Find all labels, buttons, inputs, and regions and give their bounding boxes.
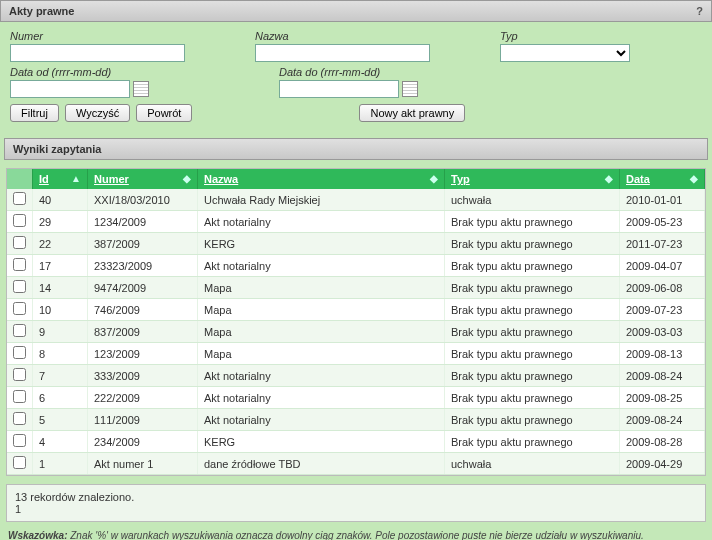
cell-id: 6	[33, 387, 88, 409]
nowy-akt-button[interactable]: Nowy akt prawny	[359, 104, 465, 122]
cell-id: 22	[33, 233, 88, 255]
cell-numer: XXI/18/03/2010	[88, 189, 198, 211]
row-checkbox[interactable]	[13, 324, 26, 337]
table-row[interactable]: 40XXI/18/03/2010Uchwała Rady Miejskiejuc…	[7, 189, 705, 211]
table-row[interactable]: 5111/2009Akt notarialnyBrak typu aktu pr…	[7, 409, 705, 431]
cell-nazwa: Mapa	[198, 299, 445, 321]
cell-numer: 222/2009	[88, 387, 198, 409]
cell-numer: 333/2009	[88, 365, 198, 387]
table-row[interactable]: 149474/2009MapaBrak typu aktu prawnego20…	[7, 277, 705, 299]
cell-numer: Akt numer 1	[88, 453, 198, 475]
record-count: 13 rekordów znaleziono.	[15, 491, 697, 503]
table-row[interactable]: 6222/2009Akt notarialnyBrak typu aktu pr…	[7, 387, 705, 409]
page-number: 1	[15, 503, 697, 515]
row-checkbox[interactable]	[13, 412, 26, 425]
col-id[interactable]: Id▲	[33, 169, 88, 189]
row-checkbox[interactable]	[13, 192, 26, 205]
sort-icon: ◆	[430, 173, 438, 184]
cell-nazwa: Akt notarialny	[198, 409, 445, 431]
col-numer[interactable]: Numer◆	[88, 169, 198, 189]
cell-id: 29	[33, 211, 88, 233]
data-do-label: Data do (rrrr-mm-dd)	[279, 66, 418, 78]
cell-typ: Brak typu aktu prawnego	[445, 299, 620, 321]
row-checkbox[interactable]	[13, 390, 26, 403]
results-footer: 13 rekordów znaleziono. 1	[6, 484, 706, 522]
cell-nazwa: Mapa	[198, 321, 445, 343]
cell-nazwa: KERG	[198, 233, 445, 255]
filter-panel: Numer Nazwa Typ Data od (rrrr-mm-dd)	[0, 22, 712, 130]
cell-numer: 234/2009	[88, 431, 198, 453]
row-checkbox[interactable]	[13, 236, 26, 249]
cell-data: 2009-05-23	[620, 211, 705, 233]
cell-data: 2009-06-08	[620, 277, 705, 299]
row-checkbox[interactable]	[13, 214, 26, 227]
cell-typ: Brak typu aktu prawnego	[445, 365, 620, 387]
typ-select[interactable]	[500, 44, 630, 62]
cell-numer: 111/2009	[88, 409, 198, 431]
cell-data: 2010-01-01	[620, 189, 705, 211]
row-checkbox[interactable]	[13, 258, 26, 271]
sort-icon: ▲	[71, 173, 81, 184]
calendar-icon[interactable]	[133, 81, 149, 97]
data-do-input[interactable]	[279, 80, 399, 98]
powrot-button[interactable]: Powrót	[136, 104, 192, 122]
cell-numer: 1234/2009	[88, 211, 198, 233]
cell-data: 2009-08-24	[620, 409, 705, 431]
cell-data: 2009-07-23	[620, 299, 705, 321]
col-checkbox	[7, 169, 33, 189]
window-titlebar: Akty prawne ?	[0, 0, 712, 22]
col-data[interactable]: Data◆	[620, 169, 705, 189]
row-checkbox[interactable]	[13, 302, 26, 315]
sort-icon: ◆	[690, 173, 698, 184]
cell-id: 10	[33, 299, 88, 321]
table-row[interactable]: 1723323/2009Akt notarialnyBrak typu aktu…	[7, 255, 705, 277]
row-checkbox[interactable]	[13, 368, 26, 381]
help-icon[interactable]: ?	[696, 5, 703, 17]
cell-nazwa: KERG	[198, 431, 445, 453]
table-row[interactable]: 4234/2009KERGBrak typu aktu prawnego2009…	[7, 431, 705, 453]
row-checkbox[interactable]	[13, 456, 26, 469]
cell-typ: Brak typu aktu prawnego	[445, 387, 620, 409]
row-checkbox[interactable]	[13, 346, 26, 359]
cell-data: 2009-08-13	[620, 343, 705, 365]
table-row[interactable]: 22387/2009KERGBrak typu aktu prawnego201…	[7, 233, 705, 255]
cell-nazwa: Akt notarialny	[198, 365, 445, 387]
table-row[interactable]: 9837/2009MapaBrak typu aktu prawnego2009…	[7, 321, 705, 343]
results-header: Wyniki zapytania	[4, 138, 708, 160]
cell-numer: 387/2009	[88, 233, 198, 255]
filtruj-button[interactable]: Filtruj	[10, 104, 59, 122]
numer-label: Numer	[10, 30, 185, 42]
cell-data: 2009-08-25	[620, 387, 705, 409]
calendar-icon[interactable]	[402, 81, 418, 97]
table-row[interactable]: 8123/2009MapaBrak typu aktu prawnego2009…	[7, 343, 705, 365]
row-checkbox[interactable]	[13, 434, 26, 447]
table-row[interactable]: 1Akt numer 1dane źródłowe TBDuchwała2009…	[7, 453, 705, 475]
table-row[interactable]: 291234/2009Akt notarialnyBrak typu aktu …	[7, 211, 705, 233]
cell-typ: uchwała	[445, 453, 620, 475]
row-checkbox[interactable]	[13, 280, 26, 293]
col-typ[interactable]: Typ◆	[445, 169, 620, 189]
cell-typ: Brak typu aktu prawnego	[445, 233, 620, 255]
cell-nazwa: dane źródłowe TBD	[198, 453, 445, 475]
cell-nazwa: Akt notarialny	[198, 387, 445, 409]
cell-id: 8	[33, 343, 88, 365]
cell-numer: 837/2009	[88, 321, 198, 343]
cell-nazwa: Uchwała Rady Miejskiej	[198, 189, 445, 211]
cell-nazwa: Mapa	[198, 343, 445, 365]
sort-icon: ◆	[183, 173, 191, 184]
data-od-input[interactable]	[10, 80, 130, 98]
col-nazwa[interactable]: Nazwa◆	[198, 169, 445, 189]
numer-input[interactable]	[10, 44, 185, 62]
nazwa-input[interactable]	[255, 44, 430, 62]
cell-typ: Brak typu aktu prawnego	[445, 343, 620, 365]
cell-numer: 746/2009	[88, 299, 198, 321]
cell-data: 2009-08-24	[620, 365, 705, 387]
table-row[interactable]: 7333/2009Akt notarialnyBrak typu aktu pr…	[7, 365, 705, 387]
cell-data: 2009-03-03	[620, 321, 705, 343]
cell-id: 5	[33, 409, 88, 431]
cell-id: 9	[33, 321, 88, 343]
cell-numer: 123/2009	[88, 343, 198, 365]
table-row[interactable]: 10746/2009MapaBrak typu aktu prawnego200…	[7, 299, 705, 321]
wyczysc-button[interactable]: Wyczyść	[65, 104, 130, 122]
results-table: Id▲ Numer◆ Nazwa◆ Typ◆ Data◆ 40XXI/18/03…	[6, 168, 706, 476]
